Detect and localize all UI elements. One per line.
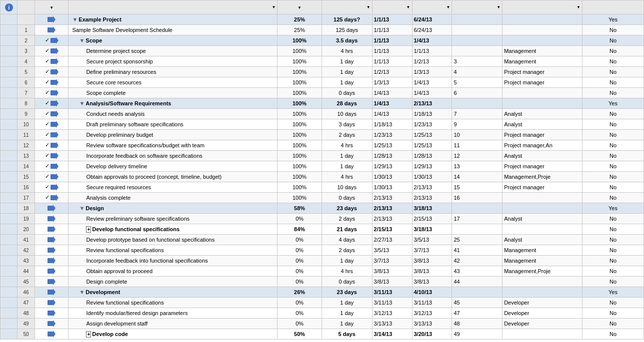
pct-complete-cell: 0% [278, 298, 322, 308]
task-name-text: Review software specifications/budget wi… [70, 142, 204, 148]
svg-marker-53 [53, 289, 56, 296]
start-header[interactable]: ▼ [372, 0, 412, 14]
task-name-cell[interactable]: Scope complete [68, 88, 278, 98]
row-number: 17 [18, 193, 34, 203]
task-name-cell[interactable]: Review software specifications/budget wi… [68, 140, 278, 151]
check-icon: ✓ [45, 152, 50, 158]
task-name-cell[interactable]: Draft preliminary software specification… [68, 119, 278, 130]
duration-cell: 1 day [322, 161, 372, 172]
task-mode-icon [48, 268, 56, 275]
task-name-cell[interactable]: Obtain approvals to proceed (concept, ti… [68, 172, 278, 182]
finish-cell: 1/3/13 [412, 67, 452, 77]
task-name-cell[interactable]: Develop preliminary budget [68, 130, 278, 140]
task-mode-cell [34, 277, 68, 287]
finish-header[interactable]: ▼ [412, 0, 452, 14]
task-mode-header[interactable]: ▼ [34, 0, 68, 14]
task-name-cell[interactable]: Secure project sponsorship [68, 56, 278, 67]
task-name-cell[interactable]: Review functional specifications [68, 245, 278, 256]
include-in-status-cell: No [582, 140, 644, 151]
task-name-cell[interactable]: Identify modular/tiered design parameter… [68, 308, 278, 319]
table-row: 6✓ Secure core resources100%1 day1/3/131… [0, 77, 644, 88]
include-in-status-cell: Yes [582, 287, 644, 298]
table-row: 11✓ Develop preliminary budget100%2 days… [0, 130, 644, 140]
start-cell: 1/4/13 [372, 88, 412, 98]
duration-cell: 1 day [322, 151, 372, 161]
task-name-cell[interactable]: Assign development staff [68, 319, 278, 329]
include-in-status-header[interactable] [582, 0, 644, 14]
task-name-cell[interactable]: ▼Design [68, 203, 278, 214]
finish-cell: 3/8/13 [412, 256, 452, 266]
sort-icon: ▼ [446, 4, 450, 11]
finish-cell: 6/24/13 [412, 14, 452, 25]
table-row: 45 Design complete0%0 days3/8/133/8/1344… [0, 277, 644, 287]
info-cell [0, 182, 18, 193]
check-icon: ✓ [45, 184, 50, 190]
row-number: 47 [18, 298, 34, 308]
task-name-cell[interactable]: ▼Development [68, 287, 278, 298]
task-name-cell[interactable]: ▼Scope [68, 35, 278, 46]
task-name-cell[interactable]: Incorporate feedback on software specifi… [68, 151, 278, 161]
predecessors-cell: 3 [452, 56, 502, 67]
task-mode-cell: ✓ [34, 109, 68, 119]
predecessors-cell: 16 [452, 193, 502, 203]
table-row: ▼Example Project 25%125 days?1/1/136/24/… [0, 14, 644, 25]
task-mode-cell: ✓ [34, 130, 68, 140]
predecessors-cell [452, 224, 502, 235]
task-name-cell[interactable]: ▼Example Project [68, 14, 278, 25]
task-name-cell[interactable]: Determine project scope [68, 46, 278, 56]
resource-names-cell [502, 277, 582, 287]
table-row: 20 +Develop functional specifications 84… [0, 224, 644, 235]
pct-complete-cell: 100% [278, 119, 322, 130]
task-mode-cell [34, 14, 68, 25]
task-name-cell[interactable]: Obtain approval to proceed [68, 266, 278, 277]
task-mode-cell [34, 319, 68, 329]
finish-cell: 1/4/13 [412, 35, 452, 46]
finish-cell: 3/18/13 [412, 203, 452, 214]
task-name-cell[interactable]: Develop delivery timeline [68, 161, 278, 172]
task-mode-cell: ✓ [34, 140, 68, 151]
svg-rect-12 [50, 80, 56, 85]
info-cell [0, 203, 18, 214]
start-cell: 3/14/13 [372, 329, 412, 340]
task-mode-cell [34, 214, 68, 224]
task-name-cell[interactable]: Analysis complete [68, 193, 278, 203]
resource-names-cell: Analyst [502, 151, 582, 161]
check-icon: ✓ [45, 110, 50, 116]
finish-cell: 1/23/13 [412, 119, 452, 130]
task-name-cell[interactable]: Define preliminary resources [68, 67, 278, 77]
duration-header[interactable]: ▼ [322, 0, 372, 14]
task-mode-icon [48, 289, 56, 296]
task-name-cell[interactable]: Conduct needs analysis [68, 109, 278, 119]
sort-icon: ▼ [576, 4, 580, 11]
pct-complete-header[interactable]: ▼ [278, 0, 322, 14]
task-name-cell[interactable]: Incorporate feedback into functional spe… [68, 256, 278, 266]
task-name-text: ▼Scope [70, 37, 102, 43]
task-name-cell[interactable]: +Develop functional specifications [68, 224, 278, 235]
info-cell [0, 130, 18, 140]
include-in-status-cell: No [582, 77, 644, 88]
task-name-cell[interactable]: Review functional specifications [68, 298, 278, 308]
info-cell [0, 88, 18, 98]
finish-cell: 2/13/13 [412, 193, 452, 203]
start-cell: 1/1/13 [372, 35, 412, 46]
task-name-cell[interactable]: Secure required resources [68, 182, 278, 193]
task-name-cell[interactable]: Develop prototype based on functional sp… [68, 235, 278, 245]
task-name-cell[interactable]: +Develop code [68, 329, 278, 340]
info-header[interactable]: i [0, 0, 18, 14]
check-icon: ✓ [45, 68, 50, 74]
task-name-header[interactable]: ▼ [68, 0, 278, 14]
row-number: 45 [18, 277, 34, 287]
task-mode-icon [50, 142, 58, 149]
task-name-cell[interactable]: ▼Analysis/Software Requirements [68, 98, 278, 109]
svg-marker-57 [53, 310, 56, 317]
predecessors-header[interactable]: ▼ [452, 0, 502, 14]
sort-icon: ▼ [496, 4, 500, 11]
task-name-cell[interactable]: Review preliminary software specificatio… [68, 214, 278, 224]
finish-cell: 1/1/13 [412, 46, 452, 56]
svg-rect-36 [48, 206, 53, 211]
check-icon: ✓ [45, 173, 50, 179]
resource-names-header[interactable]: ▼ [502, 0, 582, 14]
task-name-cell[interactable]: Sample Software Development Schedule [68, 25, 278, 35]
task-name-cell[interactable]: Secure core resources [68, 77, 278, 88]
task-name-cell[interactable]: Design complete [68, 277, 278, 287]
